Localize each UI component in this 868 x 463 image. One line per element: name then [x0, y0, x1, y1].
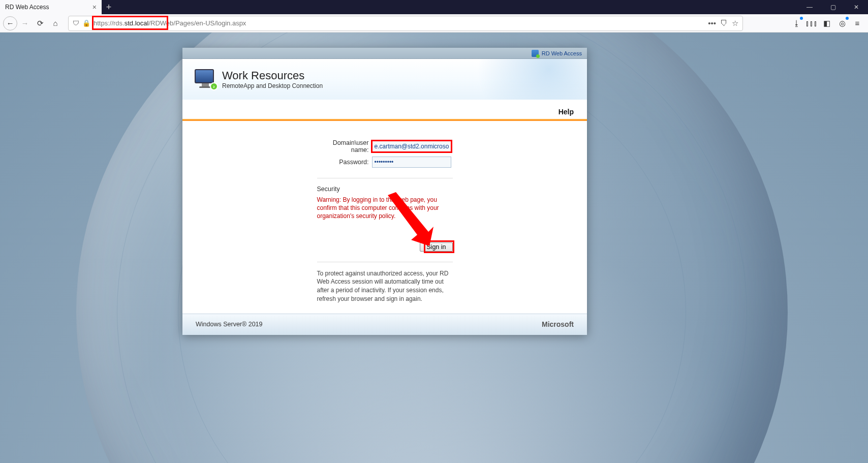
rdweb-brand-label: RD Web Access: [542, 50, 582, 56]
sidebar-toggle-icon[interactable]: ◧: [819, 16, 834, 31]
reload-button[interactable]: ⟳: [33, 16, 48, 31]
tab-title: RD Web Access: [5, 4, 49, 11]
page-content: RD Web Access › Work Resources RemoteApp…: [0, 33, 868, 463]
rdweb-icon: [532, 50, 539, 57]
password-label: Password:: [317, 159, 372, 166]
password-input[interactable]: [372, 157, 451, 168]
monitor-icon: ›: [195, 69, 216, 89]
username-input[interactable]: [372, 141, 451, 152]
home-button[interactable]: ⌂: [48, 16, 63, 31]
account-icon[interactable]: ◎: [834, 16, 850, 31]
browser-titlebar: RD Web Access × + — ▢ ✕: [0, 0, 868, 14]
address-bar[interactable]: 🛡 🔒 https://rds.std.local/RDWeb/Pages/en…: [68, 16, 743, 31]
divider: [317, 178, 453, 178]
minimize-button[interactable]: —: [798, 0, 821, 14]
footer-right: Microsoft: [542, 320, 574, 328]
panel-header: › Work Resources RemoteApp and Desktop C…: [182, 59, 587, 100]
menu-icon[interactable]: ≡: [850, 16, 865, 31]
bookmark-star-icon[interactable]: ☆: [732, 19, 738, 28]
maximize-button[interactable]: ▢: [821, 0, 845, 14]
back-button[interactable]: ←: [3, 16, 17, 30]
close-tab-icon[interactable]: ×: [92, 3, 97, 11]
username-label: Domain\user name:: [317, 139, 372, 153]
help-link[interactable]: Help: [182, 100, 587, 119]
lock-warning-icon: 🔒: [82, 19, 90, 27]
downloads-icon[interactable]: ⭳: [789, 16, 804, 31]
window-controls: — ▢ ✕: [798, 0, 868, 14]
timeout-info: To protect against unauthorized access, …: [317, 269, 453, 303]
browser-toolbar: ← → ⟳ ⌂ 🛡 🔒 https://rds.std.local/RDWeb/…: [0, 14, 868, 33]
panel-topbar: RD Web Access: [182, 48, 587, 59]
footer-left: Windows Server® 2019: [196, 321, 263, 328]
new-tab-button[interactable]: +: [102, 2, 116, 13]
security-warning: Warning: By logging in to this web page,…: [317, 196, 453, 221]
url-text: https://rds.std.local/RDWeb/Pages/en-US/…: [94, 19, 704, 27]
page-actions-icon[interactable]: •••: [708, 19, 716, 27]
header-swirl-decor: [443, 59, 587, 100]
security-heading: Security: [317, 186, 453, 193]
panel-footer: Windows Server® 2019 Microsoft: [182, 314, 587, 335]
library-icon[interactable]: ⫿⫿⫿: [804, 16, 819, 31]
close-window-button[interactable]: ✕: [845, 0, 868, 14]
divider-2: [317, 262, 453, 262]
panel-subtitle: RemoteApp and Desktop Connection: [222, 82, 323, 89]
panel-title: Work Resources: [222, 69, 323, 82]
shield-icon: 🛡: [73, 19, 79, 27]
forward-button[interactable]: →: [17, 16, 33, 31]
login-form: Domain\user name: Password: Security War…: [182, 121, 587, 314]
browser-tab[interactable]: RD Web Access ×: [0, 0, 102, 14]
rdweb-panel: RD Web Access › Work Resources RemoteApp…: [182, 48, 587, 335]
signin-button[interactable]: Sign in: [420, 242, 452, 252]
reader-icon[interactable]: ⛉: [720, 19, 728, 27]
